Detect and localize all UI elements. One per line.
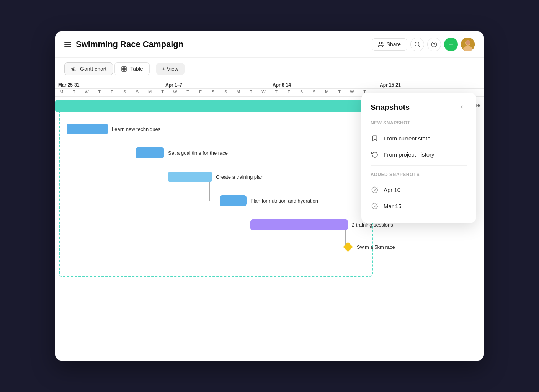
svg-point-0 (379, 42, 381, 44)
add-view-button[interactable]: + View (156, 63, 185, 75)
connector-4 (245, 206, 245, 224)
day-t7: T (333, 89, 346, 96)
day-m4: M (320, 89, 333, 96)
svg-rect-8 (72, 68, 73, 69)
task-label-6: Swim a 5km race (357, 244, 395, 250)
check-circle-icon-2 (371, 202, 379, 210)
gantt-icon (71, 66, 77, 72)
connector-1h (107, 152, 137, 153)
day-m2: M (144, 89, 156, 96)
toolbar: Gantt chart Table + View (55, 58, 484, 80)
snapshot-mar15-label: Mar 15 (384, 203, 402, 209)
close-panel-button[interactable]: × (456, 102, 467, 113)
task-row-4: Plan for nutrition and hydration (220, 195, 318, 206)
from-project-history-label: From project history (384, 151, 434, 158)
panel-title: Snapshots (371, 103, 410, 112)
snapshot-apr10-label: Apr 10 (384, 187, 400, 193)
day-f1: F (106, 89, 118, 96)
day-m1: M (55, 89, 68, 96)
snapshot-item-apr10[interactable]: Apr 10 (371, 182, 467, 198)
day-f2: F (194, 89, 207, 96)
app-window: Swimming Race Campaign Share (55, 31, 484, 361)
snapshot-item-mar15[interactable]: Mar 15 (371, 198, 467, 214)
app-header: Swimming Race Campaign Share (55, 31, 484, 58)
history-icon (371, 150, 379, 158)
day-t6: T (270, 89, 283, 96)
from-current-state-label: From current state (384, 135, 431, 142)
task-bar-5[interactable] (250, 219, 348, 230)
added-snapshots-section-label: Added snapshots (371, 172, 467, 177)
new-snapshot-section-label: New snapshot (371, 120, 467, 126)
help-icon (431, 41, 437, 47)
task-label-2: Set a goal time for the race (168, 150, 228, 156)
snapshots-panel: Snapshots × New snapshot From current st… (361, 93, 476, 223)
connector-3 (209, 182, 210, 201)
day-s5: S (295, 89, 308, 96)
task-row-1: Learn new techniques (67, 124, 160, 134)
task-row-6: Swim a 5km race (345, 243, 395, 250)
table-button[interactable]: Table (114, 62, 149, 75)
day-t3: T (156, 89, 169, 96)
snapshot-item-project-history[interactable]: From project history (371, 146, 467, 162)
help-button[interactable] (427, 38, 441, 51)
day-s6: S (308, 89, 320, 96)
day-t4: T (181, 89, 194, 96)
week-label-1: Mar 25-31 (55, 80, 162, 88)
day-w4: W (346, 89, 358, 96)
task-label-3: Create a training plan (216, 174, 263, 180)
week-label-2: Apr 1–7 (162, 80, 270, 88)
section-divider (371, 165, 467, 166)
diamond-milestone[interactable] (343, 242, 353, 252)
teal-milestone-bar[interactable] (55, 100, 369, 112)
svg-rect-9 (74, 67, 75, 68)
svg-rect-12 (122, 67, 126, 71)
add-button[interactable]: + (444, 38, 458, 51)
toolbar-divider (153, 64, 153, 74)
avatar (461, 38, 475, 51)
week-header-row: Mar 25-31 Apr 1–7 Apr 8-14 Apr 15-21 (55, 80, 484, 89)
day-t2: T (93, 89, 106, 96)
check-circle-icon-1 (371, 186, 379, 194)
share-button[interactable]: Share (372, 38, 407, 51)
day-w1: W (80, 89, 93, 96)
app-title: Swimming Race Campaign (76, 39, 367, 49)
day-s1: S (118, 89, 131, 96)
day-f3: F (283, 89, 295, 96)
bookmark-icon (371, 134, 379, 142)
table-icon (121, 66, 127, 72)
task-bar-4[interactable] (220, 195, 247, 206)
task-bar-1[interactable] (67, 124, 108, 134)
day-s4: S (219, 89, 232, 96)
day-t5: T (245, 89, 257, 96)
task-bar-3[interactable] (168, 172, 212, 182)
search-icon (414, 41, 420, 47)
day-m3: M (232, 89, 245, 96)
snapshot-item-current-state[interactable]: From current state (371, 130, 467, 146)
day-s3: S (207, 89, 219, 96)
menu-icon[interactable] (64, 42, 71, 47)
week-label-3: Apr 8-14 (270, 80, 377, 88)
search-button[interactable] (410, 38, 424, 51)
week-label-4: Apr 15-21 (377, 80, 484, 88)
task-bar-2[interactable] (136, 147, 164, 158)
task-label-4: Plan for nutrition and hydration (250, 198, 318, 204)
task-row-2: Set a goal time for the race (136, 147, 228, 158)
day-s2: S (131, 89, 144, 96)
task-row-3: Create a training plan (168, 172, 263, 182)
day-w3: W (257, 89, 270, 96)
day-w2: W (169, 89, 181, 96)
svg-point-7 (466, 40, 470, 45)
connector-2 (162, 158, 162, 176)
panel-header: Snapshots × (371, 102, 467, 113)
share-icon (378, 41, 384, 47)
day-t1: T (68, 89, 80, 96)
connector-1 (107, 134, 108, 153)
gantt-chart-button[interactable]: Gantt chart (64, 62, 113, 75)
avatar-image (461, 38, 475, 51)
header-actions: Share + (372, 38, 475, 51)
task-label-1: Learn new techniques (112, 126, 160, 132)
svg-point-1 (415, 42, 419, 46)
svg-rect-10 (73, 69, 74, 70)
